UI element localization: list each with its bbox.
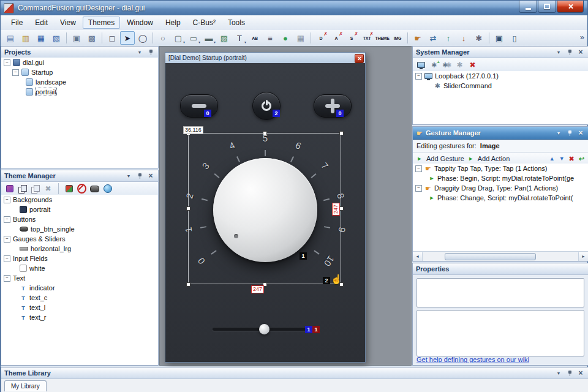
gesture-help-link[interactable]: Get help defining gestures on our wiki [417,356,529,363]
image-join-icon[interactable]: IMG [390,31,405,45]
text-tool-icon[interactable]: T▾ [232,31,247,45]
ellipse-tool-icon[interactable]: ○ [156,31,170,45]
theme-join-icon[interactable]: THEME [375,31,390,45]
tree-item-horizontal-lrg[interactable]: horizontal_lrg [1,244,158,254]
panel-close-icon[interactable]: × [576,129,585,137]
menu-help[interactable]: Help [160,17,186,29]
gesture-editor-icon[interactable]: ☛ [410,31,425,45]
text-join-icon[interactable]: TXT✗ [360,31,374,45]
mockup-close-button[interactable] [355,54,364,63]
panel-close-icon[interactable]: × [576,369,585,377]
add-action-button[interactable]: Add Action [478,155,510,162]
menu-view[interactable]: View [55,17,81,29]
analog-join-icon[interactable]: A✗ [329,31,344,45]
collapse-icon[interactable]: − [4,216,10,223]
settings-icon[interactable]: ✱ [472,31,486,45]
tree-item-bg-portrait[interactable]: portrait [1,205,158,214]
pin-button[interactable] [565,129,574,137]
tab-my-library[interactable]: My Library [4,380,47,391]
online-library-icon[interactable] [103,184,112,194]
move-down-icon[interactable]: ▼ [559,156,565,162]
digital-join-icon[interactable]: D✗ [314,31,328,45]
scroll-right-icon[interactable]: ► [578,252,588,261]
collapse-icon[interactable]: − [12,69,19,76]
scrollbar-thumb[interactable] [445,253,536,260]
download-icon[interactable]: ↓ [456,31,471,45]
menu-edit[interactable]: Edit [29,17,53,29]
tree-item-buttons[interactable]: − Buttons [1,214,158,224]
pin-button[interactable] [565,369,574,377]
paste-theme-icon[interactable] [31,184,40,194]
transfer-icon[interactable]: ⇄ [426,31,440,45]
panel-menu-chevron-icon[interactable]: ▼ [554,129,563,137]
tree-item-text[interactable]: − Text [1,273,158,283]
tree-item-text-r[interactable]: text_r [1,312,158,322]
add-system-icon[interactable] [417,61,426,70]
menu-themes[interactable]: Themes [83,17,120,29]
page-properties-icon[interactable]: ▣ [69,31,84,45]
menu-window[interactable]: Window [121,17,159,29]
tree-item-tap-phase[interactable]: ► Phase: Begin, Script: myDial.rotateToP… [413,173,588,183]
button-tool-icon[interactable]: ▢▾ [171,31,186,45]
tree-item-portrait[interactable]: portrait [1,87,158,97]
tree-item-top-btn-single[interactable]: top_btn_single [1,224,158,234]
input-field-tool-icon[interactable]: AB [247,31,262,45]
close-button[interactable] [557,1,584,13]
delete-system-icon[interactable]: ✖ [468,61,477,70]
tree-item-loopback[interactable]: − Loopback (127.0.0.1) [413,71,588,81]
mockup-titlebar[interactable]: [Dial Demo] Startup (portrait) [165,53,365,64]
move-up-icon[interactable]: ▲ [549,156,555,162]
serial-join-icon[interactable]: S✗ [344,31,359,45]
list-tool-icon[interactable]: ≡ [263,31,277,45]
grid-toggle-icon[interactable]: ▩ [85,31,99,45]
tree-item-startup[interactable]: − Startup [1,67,158,77]
tree-item-text-c[interactable]: text_c [1,293,158,303]
pin-button[interactable] [565,48,574,56]
delete-theme-icon[interactable]: ✖ [43,184,53,194]
tree-item-dial-gui[interactable]: − dial.gui [1,58,158,67]
pointer-tool-icon[interactable]: ➤ [120,31,135,45]
scrollbar-track[interactable] [423,252,578,261]
collapse-icon[interactable]: − [415,185,422,192]
tree-item-pan-phase[interactable]: ► Phase: Change, Script: myDial.rotateTo… [413,193,588,203]
collapse-icon[interactable]: − [4,275,10,282]
tree-item-gesture-pan[interactable]: − ☛ Draggity Drag Drag, Type: Pan(1 Acti… [413,183,588,193]
tree-item-text-l[interactable]: text_l [1,303,158,312]
keypad-tool-icon[interactable]: ▦ [293,31,308,45]
device-preview-icon[interactable]: ▯ [507,31,522,45]
tree-item-landscape[interactable]: landscape [1,77,158,87]
panel-menu-chevron-icon[interactable]: ▼ [554,48,563,56]
tree-item-indicator[interactable]: indicator [1,283,158,293]
tree-item-white[interactable]: white [1,263,158,273]
menu-file[interactable]: File [6,17,28,29]
window-titlebar[interactable]: CommandFusion guiDesigner - dial.gui [1,1,587,16]
menu-cbus[interactable]: C-Bus² [187,17,221,29]
copy-theme-icon[interactable] [18,184,27,194]
slider-thumb[interactable] [259,324,270,334]
marquee-select-icon[interactable]: ◻ [105,31,119,45]
minimize-button[interactable] [519,1,537,13]
panel-close-icon[interactable]: × [146,172,155,180]
clear-theme-icon[interactable] [77,184,86,194]
undo-icon[interactable]: ↩ [579,155,584,163]
panel-menu-chevron-icon[interactable]: ▼ [124,172,133,180]
scroll-left-icon[interactable]: ◄ [413,252,423,261]
collapse-icon[interactable]: − [415,165,422,172]
panel-close-icon[interactable]: × [576,48,585,56]
selection-handle[interactable] [186,206,190,211]
pin-button[interactable] [146,48,155,56]
device-mockup-window[interactable]: [Dial Demo] Startup (portrait) 0 2 0 [165,52,366,363]
tree-item-slidercommand[interactable]: ✱ SliderCommand [413,81,588,91]
minus-button[interactable] [180,94,218,118]
new-project-icon[interactable]: ▤ [3,31,18,45]
menu-tools[interactable]: Tools [222,17,251,29]
tree-item-gesture-tap[interactable]: − ☛ Tappity Tap Tap, Type: Tap (1 Action… [413,164,588,173]
collapse-icon[interactable]: − [4,59,10,66]
collapse-icon[interactable]: − [4,236,10,243]
upload-icon[interactable]: ↑ [441,31,456,45]
selection-handle[interactable] [263,131,267,135]
panel-menu-chevron-icon[interactable]: ▼ [135,48,144,56]
save-icon[interactable]: ▦ [34,31,48,45]
save-all-icon[interactable]: ▧ [49,31,64,45]
dual-monitor-icon[interactable]: ▣ [492,31,507,45]
